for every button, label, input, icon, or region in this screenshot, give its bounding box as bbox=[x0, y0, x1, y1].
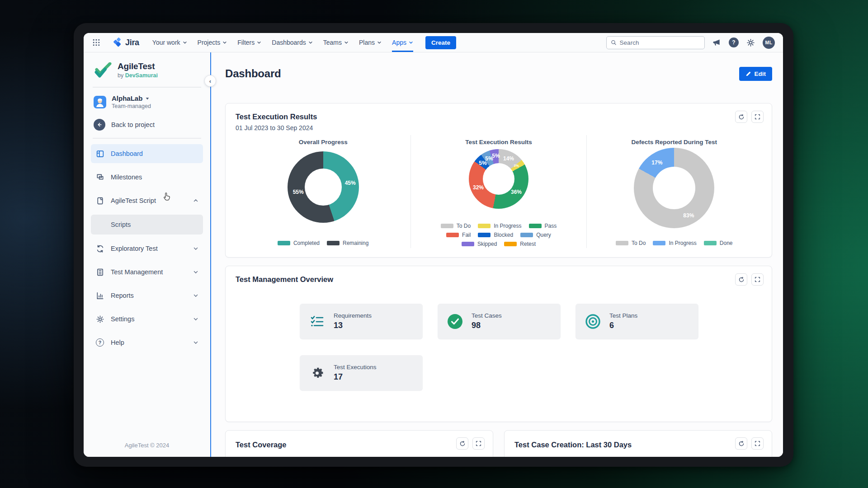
expand-button[interactable] bbox=[472, 437, 485, 450]
panel-title: Test Management Overview bbox=[236, 275, 762, 284]
nav-item-apps[interactable]: Apps bbox=[392, 33, 413, 52]
panel-date-range: 01 Jul 2023 to 30 Sep 2024 bbox=[236, 124, 762, 131]
legend-swatch-skipped bbox=[462, 242, 474, 246]
pencil-icon bbox=[745, 71, 751, 77]
notifications-icon[interactable] bbox=[712, 38, 721, 47]
jira-mark-icon bbox=[112, 38, 122, 47]
nav-item-projects[interactable]: Projects bbox=[198, 33, 227, 52]
jira-logo[interactable]: Jira bbox=[112, 38, 139, 47]
sync-icon bbox=[95, 244, 104, 253]
defects-donut: 83% 17% bbox=[634, 148, 714, 228]
legend-swatch-inprogress bbox=[478, 224, 491, 228]
test-execution-results-panel: Test Execution Results 01 Jul 2023 to 30… bbox=[225, 103, 772, 258]
stat-card-test-cases[interactable]: Test Cases 98 bbox=[438, 304, 561, 339]
nav-item-your-work[interactable]: Your work bbox=[152, 33, 187, 52]
sidebar-divider-line-2 bbox=[93, 138, 201, 139]
check-circle-icon bbox=[446, 314, 464, 329]
refresh-button[interactable] bbox=[735, 437, 747, 450]
project-type: Team-managed bbox=[112, 103, 151, 109]
back-to-project[interactable]: Back to project bbox=[84, 115, 210, 137]
sidebar-collapse-button[interactable]: ‹ bbox=[204, 75, 216, 87]
sidebar-item-test-management[interactable]: Test Management bbox=[91, 263, 203, 282]
gear-icon bbox=[95, 315, 104, 324]
test-coverage-panel: Test Coverage bbox=[225, 430, 493, 457]
search-input[interactable] bbox=[620, 39, 700, 46]
test-case-creation-panel: Test Case Creation: Last 30 Days bbox=[504, 430, 772, 457]
gear-solid-icon bbox=[308, 366, 326, 380]
settings-gear-icon[interactable] bbox=[746, 38, 755, 47]
sidebar-divider-line bbox=[93, 87, 201, 88]
list-panel-icon bbox=[95, 268, 104, 277]
test-execution-donut: 14% 3% 36% 32% 5% 5% 5% bbox=[469, 149, 528, 209]
script-file-icon bbox=[95, 197, 104, 205]
stat-card-test-plans[interactable]: Test Plans 6 bbox=[576, 304, 698, 339]
user-avatar[interactable]: ML bbox=[763, 37, 775, 49]
create-button[interactable]: Create bbox=[425, 36, 456, 49]
legend-swatch-fail bbox=[446, 233, 459, 237]
sidebar-footer: AgileTest © 2024 bbox=[84, 442, 210, 449]
nav-item-plans[interactable]: Plans bbox=[359, 33, 382, 52]
main-content: Dashboard Edit bbox=[211, 52, 783, 457]
legend-swatch-query bbox=[520, 233, 533, 237]
chevron-up-icon bbox=[193, 198, 198, 203]
sidebar-item-scripts[interactable]: Scripts bbox=[91, 215, 203, 235]
chevron-down-icon bbox=[193, 269, 198, 275]
expand-button[interactable] bbox=[751, 111, 764, 123]
legend-swatch-done bbox=[704, 241, 717, 245]
sidebar-item-reports[interactable]: Reports bbox=[91, 286, 203, 305]
target-icon bbox=[584, 314, 602, 329]
panel-title: Test Execution Results bbox=[236, 113, 762, 121]
help-circle-icon: ? bbox=[95, 338, 104, 347]
back-arrow-icon bbox=[94, 119, 105, 131]
legend-swatch-remaining bbox=[327, 241, 340, 245]
search-box[interactable] bbox=[606, 36, 705, 49]
sidebar-item-help[interactable]: ? Help bbox=[91, 333, 203, 352]
refresh-button[interactable] bbox=[735, 111, 747, 123]
sidebar-resize-divider[interactable] bbox=[210, 52, 211, 457]
expand-button[interactable] bbox=[751, 273, 764, 286]
app-switcher-icon[interactable] bbox=[91, 37, 102, 48]
project-selector[interactable]: AlphaLab Team-managed bbox=[84, 89, 210, 115]
project-avatar bbox=[94, 96, 106, 108]
stat-card-test-executions[interactable]: Test Executions 17 bbox=[300, 355, 423, 390]
nav-item-dashboards[interactable]: Dashboards bbox=[272, 33, 313, 52]
chevron-down-icon bbox=[193, 246, 198, 251]
legend-swatch-todo bbox=[616, 241, 628, 245]
legend-swatch-completed bbox=[278, 241, 290, 245]
agiletest-logo-icon bbox=[94, 62, 112, 78]
chevron-down-icon bbox=[193, 293, 198, 298]
sidebar-item-settings[interactable]: Settings bbox=[91, 310, 203, 328]
nav-item-filters[interactable]: Filters bbox=[237, 33, 261, 52]
legend-swatch-blocked bbox=[478, 233, 491, 237]
sidebar-item-milestones[interactable]: Milestones bbox=[91, 168, 203, 187]
flag-icon bbox=[95, 173, 104, 182]
chevron-down-icon bbox=[193, 316, 198, 322]
panel-title: Test Coverage bbox=[236, 441, 483, 449]
sidebar-item-dashboard[interactable]: Dashboard bbox=[91, 144, 203, 163]
refresh-button[interactable] bbox=[735, 273, 747, 286]
checklist-icon bbox=[308, 315, 326, 328]
sidebar: AgileTest by DevSamurai AlphaL bbox=[84, 52, 210, 457]
overall-progress-chart: Overall Progress 45% 55% Completed Remai… bbox=[236, 135, 411, 248]
refresh-button[interactable] bbox=[456, 437, 468, 450]
expand-button[interactable] bbox=[751, 437, 764, 450]
search-icon bbox=[611, 39, 617, 46]
bar-chart-icon bbox=[95, 291, 104, 300]
overall-progress-donut: 45% 55% bbox=[288, 151, 359, 223]
app-window: Jira Your work Projects Filters Dashboar… bbox=[84, 33, 783, 457]
vendor-link[interactable]: DevSamurai bbox=[125, 72, 158, 79]
nav-item-teams[interactable]: Teams bbox=[323, 33, 349, 52]
help-icon[interactable]: ? bbox=[729, 38, 739, 47]
sidebar-item-agiletest-script[interactable]: AgileTest Script bbox=[91, 191, 203, 210]
edit-button[interactable]: Edit bbox=[739, 67, 773, 81]
dashboard-icon bbox=[95, 150, 104, 158]
top-navbar: Jira Your work Projects Filters Dashboar… bbox=[84, 33, 783, 52]
sidebar-item-exploratory-test[interactable]: Exploratory Test bbox=[91, 239, 203, 258]
chevron-down-icon bbox=[193, 340, 198, 345]
project-name: AlphaLab bbox=[112, 94, 142, 102]
agiletest-logo-block: AgileTest by DevSamurai bbox=[84, 52, 210, 86]
stat-card-requirements[interactable]: Requirements 13 bbox=[300, 304, 423, 339]
app-byline: by DevSamurai bbox=[118, 72, 158, 79]
test-management-overview-panel: Test Management Overview Requirements bbox=[225, 266, 772, 422]
defects-reported-chart: Defects Reported During Test 83% 17% To … bbox=[587, 135, 762, 248]
